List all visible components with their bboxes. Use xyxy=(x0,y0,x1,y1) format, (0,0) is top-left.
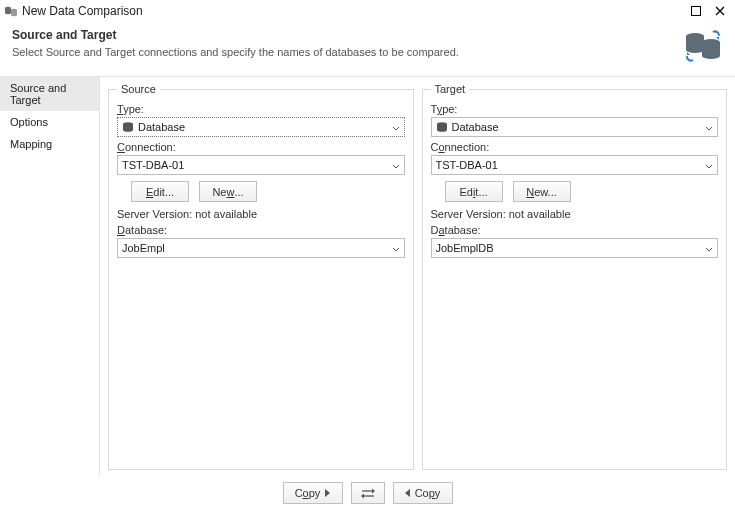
source-edit-button[interactable]: Edit... xyxy=(131,181,189,202)
target-type-combobox[interactable]: Database xyxy=(431,117,719,137)
svg-point-20 xyxy=(437,128,447,132)
chevron-down-icon xyxy=(392,161,400,169)
target-database-label: Database: xyxy=(431,224,719,236)
svg-point-17 xyxy=(123,128,133,132)
footer-bar: Copy Copy xyxy=(0,476,735,510)
source-database-combobox[interactable]: JobEmpl xyxy=(117,238,405,258)
page-header: Source and Target Select Source and Targ… xyxy=(0,22,735,76)
swap-source-target-button[interactable] xyxy=(351,482,385,504)
window-title: New Data Comparison xyxy=(22,4,143,18)
svg-point-12 xyxy=(702,53,720,59)
nav-item-options[interactable]: Options xyxy=(0,111,99,133)
swap-icon xyxy=(360,487,376,499)
target-database-combobox[interactable]: JobEmplDB xyxy=(431,238,719,258)
wizard-step-nav: Source and Target Options Mapping xyxy=(0,76,100,476)
target-connection-value: TST-DBA-01 xyxy=(436,159,700,171)
content-area: Source Type: Database Connection: TST-DB… xyxy=(100,76,735,476)
target-type-label: Type: xyxy=(431,103,719,115)
nav-item-source-target[interactable]: Source and Target xyxy=(0,77,99,111)
source-type-value: Database xyxy=(138,121,386,133)
source-connection-label: Connection: xyxy=(117,141,405,153)
source-database-value: JobEmpl xyxy=(122,242,386,254)
nav-item-mapping[interactable]: Mapping xyxy=(0,133,99,155)
svg-marker-13 xyxy=(716,37,719,40)
svg-point-5 xyxy=(11,14,17,17)
title-bar: New Data Comparison xyxy=(0,0,735,22)
close-button[interactable] xyxy=(711,4,729,18)
target-connection-combobox[interactable]: TST-DBA-01 xyxy=(431,155,719,175)
target-panel: Target Type: Database Connection: TST-DB… xyxy=(422,83,728,470)
maximize-button[interactable] xyxy=(687,4,705,18)
source-panel: Source Type: Database Connection: TST-DB… xyxy=(108,83,414,470)
source-new-button[interactable]: New... xyxy=(199,181,257,202)
source-type-combobox[interactable]: Database xyxy=(117,117,405,137)
chevron-down-icon xyxy=(705,161,713,169)
copy-source-to-target-button[interactable]: Copy xyxy=(283,482,343,504)
chevron-down-icon xyxy=(705,244,713,252)
page-title: Source and Target xyxy=(12,28,683,42)
target-type-value: Database xyxy=(452,121,700,133)
target-legend: Target xyxy=(431,83,470,95)
target-connection-label: Connection: xyxy=(431,141,719,153)
svg-rect-6 xyxy=(692,7,701,16)
chevron-down-icon xyxy=(392,244,400,252)
source-database-label: Database: xyxy=(117,224,405,236)
database-icon xyxy=(436,121,448,133)
target-edit-button[interactable]: Edit... xyxy=(445,181,503,202)
target-new-button[interactable]: New... xyxy=(513,181,571,202)
target-database-value: JobEmplDB xyxy=(436,242,700,254)
chevron-down-icon xyxy=(705,123,713,131)
svg-point-2 xyxy=(5,12,11,15)
arrow-right-icon xyxy=(325,489,330,497)
app-compare-icon xyxy=(4,4,18,18)
arrow-left-icon xyxy=(405,489,410,497)
source-connection-combobox[interactable]: TST-DBA-01 xyxy=(117,155,405,175)
chevron-down-icon xyxy=(392,123,400,131)
database-icon xyxy=(122,121,134,133)
source-server-version: Server Version: not available xyxy=(117,208,405,220)
source-connection-value: TST-DBA-01 xyxy=(122,159,386,171)
svg-point-9 xyxy=(686,47,704,53)
source-type-label: Type: xyxy=(117,103,405,115)
svg-marker-21 xyxy=(372,489,375,494)
page-subtitle: Select Source and Target connections and… xyxy=(12,46,683,58)
compare-databases-icon xyxy=(683,28,723,64)
target-server-version: Server Version: not available xyxy=(431,208,719,220)
svg-marker-22 xyxy=(361,494,364,499)
copy-target-to-source-button[interactable]: Copy xyxy=(393,482,453,504)
svg-marker-14 xyxy=(687,52,690,55)
source-legend: Source xyxy=(117,83,160,95)
